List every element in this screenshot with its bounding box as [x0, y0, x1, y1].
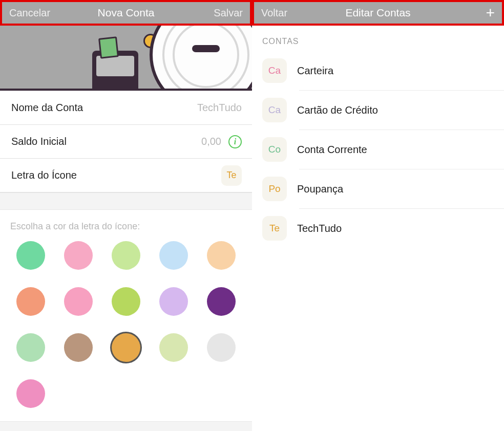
section-spacer	[0, 192, 252, 210]
color-swatch[interactable]	[159, 287, 188, 316]
initial-balance-input[interactable]	[139, 136, 221, 147]
color-swatch[interactable]	[159, 333, 188, 362]
account-row[interactable]: TeTechTudo	[252, 209, 504, 248]
account-name: Carteira	[297, 61, 494, 81]
color-swatch[interactable]	[16, 379, 45, 408]
account-badge: Ca	[262, 98, 287, 122]
safe-illustration	[150, 26, 252, 91]
color-swatch[interactable]	[159, 241, 188, 270]
color-swatch[interactable]	[16, 241, 45, 270]
account-form: Nome da Conta Saldo Inicial i Letra do Í…	[0, 91, 252, 192]
save-button[interactable]: Salvar	[214, 7, 243, 19]
icon-letter-row[interactable]: Letra do Ícone Te	[0, 159, 252, 192]
account-badge: Ca	[262, 58, 287, 83]
color-swatch-grid	[0, 235, 252, 421]
account-row[interactable]: PoPoupança	[252, 169, 504, 208]
account-badge: Te	[262, 216, 287, 241]
color-swatch[interactable]	[112, 333, 140, 362]
account-name-input[interactable]	[160, 102, 242, 114]
wallet-illustration	[92, 51, 138, 91]
account-name: Conta Corrente	[297, 140, 494, 160]
back-button[interactable]: Voltar	[261, 7, 287, 19]
account-badge: Po	[262, 177, 287, 201]
account-name: Cartão de Crédito	[297, 100, 494, 120]
navbar-title: Editar Contas	[254, 7, 502, 19]
initial-balance-row[interactable]: Saldo Inicial i	[0, 125, 252, 159]
color-swatch[interactable]	[64, 287, 93, 316]
account-name: Poupança	[297, 179, 494, 199]
color-swatch[interactable]	[64, 333, 93, 362]
color-swatch[interactable]	[112, 241, 140, 270]
account-row[interactable]: CoConta Corrente	[252, 130, 504, 169]
account-name: TechTudo	[297, 219, 494, 239]
color-picker-title: Escolha a cor da letra do ícone:	[0, 210, 252, 235]
hero-illustration	[0, 26, 252, 91]
icon-letter-badge[interactable]: Te	[221, 165, 242, 186]
account-row[interactable]: CaCarteira	[252, 51, 504, 90]
color-swatch[interactable]	[16, 333, 45, 362]
edit-accounts-pane: Voltar Editar Contas + CONTAS CaCarteira…	[252, 0, 504, 431]
color-swatch[interactable]	[207, 333, 236, 362]
initial-balance-label: Saldo Inicial	[11, 136, 67, 147]
bottom-spacer	[0, 421, 252, 431]
account-name-row[interactable]: Nome da Conta	[0, 91, 252, 125]
add-account-button[interactable]: +	[486, 5, 495, 20]
accounts-section-header: CONTAS	[252, 26, 504, 51]
color-swatch[interactable]	[207, 287, 236, 316]
cancel-button[interactable]: Cancelar	[9, 7, 50, 19]
color-swatch[interactable]	[64, 241, 93, 270]
color-swatch[interactable]	[16, 287, 45, 316]
color-swatch[interactable]	[112, 287, 140, 316]
accounts-list: CaCarteiraCaCartão de CréditoCoConta Cor…	[252, 51, 504, 248]
icon-letter-label: Letra do Ícone	[11, 169, 77, 181]
account-row[interactable]: CaCartão de Crédito	[252, 91, 504, 130]
account-badge: Co	[262, 137, 287, 162]
info-icon[interactable]: i	[228, 135, 242, 148]
navbar-edit-accounts: Voltar Editar Contas +	[252, 0, 504, 26]
account-name-label: Nome da Conta	[11, 102, 83, 114]
navbar-new-account: Cancelar Nova Conta Salvar	[0, 0, 252, 26]
new-account-pane: Cancelar Nova Conta Salvar Nome da Conta	[0, 0, 252, 431]
color-swatch[interactable]	[207, 241, 236, 270]
